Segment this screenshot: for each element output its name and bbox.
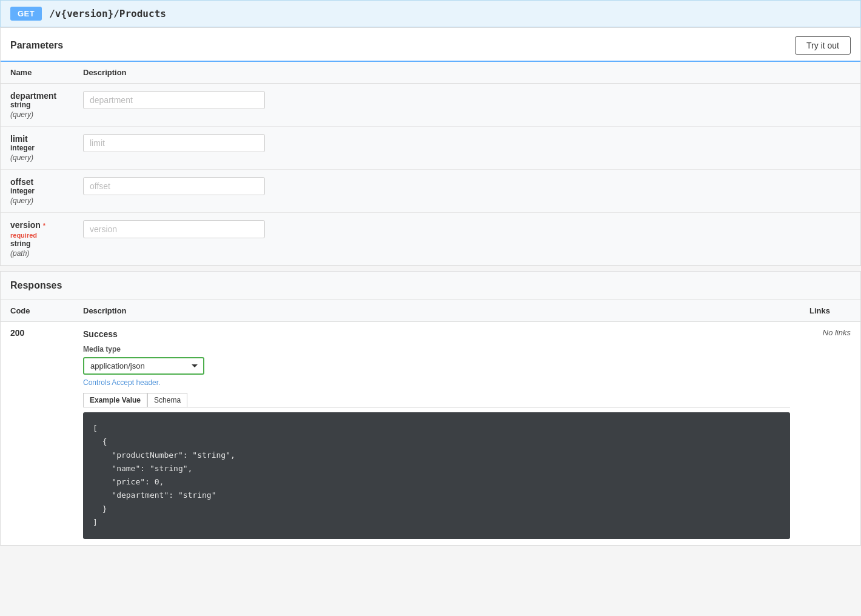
param-input-offset[interactable] — [83, 177, 265, 195]
top-bar: GET /v{version}/Products — [0, 0, 861, 27]
response-description: Success — [83, 329, 790, 339]
resp-col-header-description: Description — [73, 300, 800, 322]
parameters-table: Name Description departmentstring(query)… — [1, 62, 860, 266]
resp-col-header-code: Code — [1, 300, 73, 322]
param-name: version — [10, 220, 41, 230]
param-input-limit[interactable] — [83, 134, 265, 152]
responses-section: Responses Code Description Links 200 Suc… — [0, 271, 861, 546]
no-links: No links — [800, 322, 860, 545]
table-row: departmentstring(query) — [1, 84, 860, 127]
resp-col-header-links: Links — [800, 300, 860, 322]
schema-tab[interactable]: Schema — [147, 393, 187, 407]
responses-title: Responses — [10, 280, 62, 290]
try-it-out-button[interactable]: Try it out — [795, 36, 851, 55]
method-badge: GET — [10, 7, 42, 21]
param-type: integer — [10, 187, 64, 195]
param-type: string — [10, 101, 64, 109]
param-name: offset — [10, 177, 33, 187]
example-tabs: Example Value Schema — [83, 393, 790, 407]
media-type-label: Media type — [83, 345, 790, 353]
param-input-department[interactable] — [83, 91, 265, 109]
param-type: integer — [10, 144, 64, 152]
param-location: (path) — [10, 249, 29, 258]
responses-table: Code Description Links 200 Success Media… — [1, 300, 860, 545]
param-location: (query) — [10, 110, 33, 119]
response-code: 200 — [10, 328, 24, 338]
table-row: limitinteger(query) — [1, 127, 860, 170]
controls-accept-header: Controls Accept header. — [83, 378, 790, 387]
table-row: offsetinteger(query) — [1, 170, 860, 213]
param-type: string — [10, 239, 64, 248]
parameters-section: Parameters Try it out Name Description d… — [0, 27, 861, 266]
code-block: [ { "productNumber": "string", "name": "… — [83, 412, 790, 539]
responses-header: Responses — [1, 272, 860, 300]
col-header-name: Name — [1, 62, 73, 84]
example-value-tab[interactable]: Example Value — [83, 393, 147, 407]
param-name: department — [10, 91, 56, 101]
media-type-select[interactable]: application/json — [83, 357, 204, 375]
table-row: version* requiredstring(path) — [1, 213, 860, 266]
table-row: 200 Success Media type application/json … — [1, 322, 860, 545]
param-location: (query) — [10, 153, 33, 162]
endpoint-path: /v{version}/Products — [49, 8, 166, 19]
col-header-description: Description — [73, 62, 860, 84]
parameters-title: Parameters — [10, 40, 63, 51]
param-location: (query) — [10, 196, 33, 205]
param-input-version[interactable] — [83, 220, 265, 238]
parameters-header: Parameters Try it out — [1, 28, 860, 62]
param-name: limit — [10, 134, 28, 144]
